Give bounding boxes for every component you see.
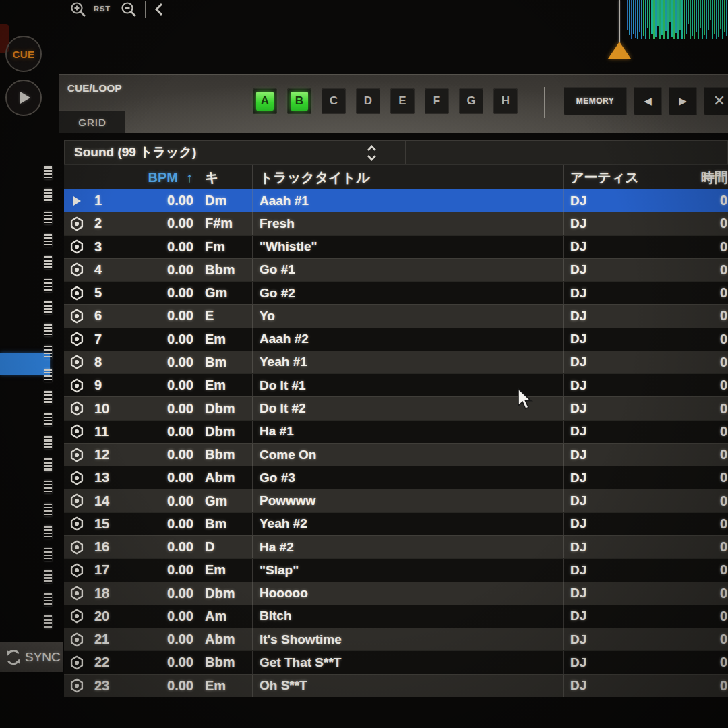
table-row[interactable]: 200.00AmBitchDJ0 xyxy=(64,605,728,628)
row-tick xyxy=(44,391,52,404)
track-artist: DJ xyxy=(564,282,694,304)
track-bpm: 0.00 xyxy=(123,282,200,304)
close-panel-button[interactable]: ✕ xyxy=(704,87,728,115)
track-key: Em xyxy=(200,374,253,396)
table-row[interactable]: 90.00EmDo It #1DJ0 xyxy=(64,373,728,396)
time-column-header[interactable]: 時間 xyxy=(694,165,728,189)
track-bpm: 0.00 xyxy=(123,513,200,535)
hotcue-button-a[interactable]: A xyxy=(253,88,277,114)
sync-manager-bar[interactable]: SYNC MA xyxy=(0,642,63,672)
track-bpm: 0.00 xyxy=(123,236,200,258)
table-row[interactable]: 40.00BbmGo #1DJ0 xyxy=(64,258,728,281)
table-row[interactable]: 180.00DbmHoooooDJ0 xyxy=(64,582,728,605)
row-tick xyxy=(44,256,52,269)
table-row[interactable]: 120.00BbmCome OnDJ0 xyxy=(64,443,728,466)
rekordbox-hex-icon xyxy=(64,582,90,605)
table-row[interactable]: 110.00DbmHa #1DJ0 xyxy=(64,420,728,443)
track-title: Go #3 xyxy=(253,466,564,489)
table-row[interactable]: 210.00AbmIt's ShowtimeDJ0 xyxy=(64,628,728,650)
table-row[interactable]: 130.00AbmGo #3DJ0 xyxy=(64,466,728,489)
back-chevron-icon[interactable] xyxy=(154,2,164,17)
artist-column-header[interactable]: アーティス xyxy=(564,165,694,189)
hotcue-button-b[interactable]: B xyxy=(287,88,311,114)
track-artist: DJ xyxy=(564,628,694,650)
hotcue-button-c[interactable]: C xyxy=(322,88,346,114)
toolbar-divider xyxy=(145,1,146,18)
rekordbox-hex-icon xyxy=(64,351,90,373)
track-title: Go #1 xyxy=(253,259,564,281)
track-bpm: 0.00 xyxy=(123,374,200,396)
playlist-selector[interactable]: Sound (99 トラック) xyxy=(64,140,728,164)
prev-cue-button[interactable]: ◀ xyxy=(634,87,662,115)
play-icon xyxy=(20,92,30,104)
waveform-bar xyxy=(700,0,701,28)
table-row[interactable]: 20.00F#mFreshDJ0 xyxy=(64,212,728,235)
bpm-column-header[interactable]: BPM ↑ xyxy=(123,165,200,189)
waveform-bar xyxy=(688,0,689,24)
table-row[interactable]: 80.00BmYeah #1DJ0 xyxy=(64,351,728,373)
waveform-bar xyxy=(684,0,685,39)
table-row[interactable]: 50.00GmGo #2DJ0 xyxy=(64,281,728,304)
table-row[interactable]: 10.00DmAaah #1DJ0 xyxy=(64,189,728,212)
table-row[interactable]: 70.00EmAaah #2DJ0 xyxy=(64,328,728,351)
table-row[interactable]: 30.00Fm"Whistle"DJ0 xyxy=(64,235,728,258)
track-title: Get That S**T xyxy=(253,651,564,673)
title-column-header[interactable]: トラックタイトル xyxy=(253,165,564,189)
hotcue-button-e[interactable]: E xyxy=(390,88,415,114)
rekordbox-hex-icon xyxy=(64,259,90,281)
track-number: 5 xyxy=(90,282,123,304)
track-number: 4 xyxy=(90,259,123,281)
table-row[interactable]: 170.00Em"Slap"DJ0 xyxy=(64,558,728,581)
track-time: 0 xyxy=(694,466,728,489)
track-artist: DJ xyxy=(564,444,694,466)
table-row[interactable]: 160.00DHa #2DJ0 xyxy=(64,535,728,558)
hardware-play-button[interactable] xyxy=(5,80,42,116)
zoom-out-icon[interactable] xyxy=(120,1,138,19)
waveform-bar xyxy=(679,0,681,30)
waveform-bar xyxy=(639,0,640,32)
next-cue-button[interactable]: ▶ xyxy=(669,87,697,115)
table-row[interactable]: 60.00EYoDJ0 xyxy=(64,304,728,327)
row-tick xyxy=(44,548,52,561)
table-row[interactable]: 230.00EmOh S**TDJ0 xyxy=(64,674,728,697)
waveform-bar xyxy=(692,0,693,36)
track-artist: DJ xyxy=(564,651,694,673)
panel-divider xyxy=(544,87,545,118)
track-artist: DJ xyxy=(564,305,694,327)
key-column-header[interactable]: キ xyxy=(200,165,253,189)
waveform-bar xyxy=(706,0,707,39)
reset-zoom-button[interactable]: RST xyxy=(94,5,111,13)
track-artist: DJ xyxy=(564,513,694,535)
track-time: 0 xyxy=(694,559,728,581)
sort-chevrons-icon[interactable] xyxy=(367,144,377,162)
waveform-bar xyxy=(649,0,650,39)
track-number: 22 xyxy=(90,651,123,673)
table-row[interactable]: 220.00BbmGet That S**TDJ0 xyxy=(64,650,728,673)
row-tick xyxy=(44,189,52,202)
mouse-cursor xyxy=(518,388,535,410)
track-title: Do It #2 xyxy=(253,397,564,419)
table-row[interactable]: 100.00DbmDo It #2DJ0 xyxy=(64,396,728,419)
hotcue-button-d[interactable]: D xyxy=(356,88,380,114)
rekordbox-hex-icon xyxy=(64,374,90,396)
rekordbox-hex-icon xyxy=(64,605,90,628)
track-title: Powwww xyxy=(253,489,564,512)
zoom-in-icon[interactable] xyxy=(69,1,88,19)
rekordbox-hex-icon xyxy=(64,212,90,235)
table-row[interactable]: 140.00GmPowwwwDJ0 xyxy=(64,489,728,512)
hotcue-button-f[interactable]: F xyxy=(425,88,449,114)
hotcue-button-h[interactable]: H xyxy=(493,88,518,114)
track-key: Dbm xyxy=(200,397,253,419)
rekordbox-hex-icon xyxy=(64,675,90,697)
table-row[interactable]: 150.00BmYeah #2DJ0 xyxy=(64,512,728,535)
waveform-bar xyxy=(647,0,648,28)
track-time: 0 xyxy=(694,374,728,396)
track-number: 3 xyxy=(90,236,123,258)
track-number: 23 xyxy=(90,675,123,697)
tab-grid[interactable]: GRID xyxy=(59,110,125,133)
track-key: Fm xyxy=(200,236,253,258)
memory-button[interactable]: MEMORY xyxy=(564,87,627,115)
hardware-cue-button[interactable]: CUE xyxy=(5,36,42,72)
track-number: 18 xyxy=(90,582,123,605)
hotcue-button-g[interactable]: G xyxy=(459,88,483,114)
